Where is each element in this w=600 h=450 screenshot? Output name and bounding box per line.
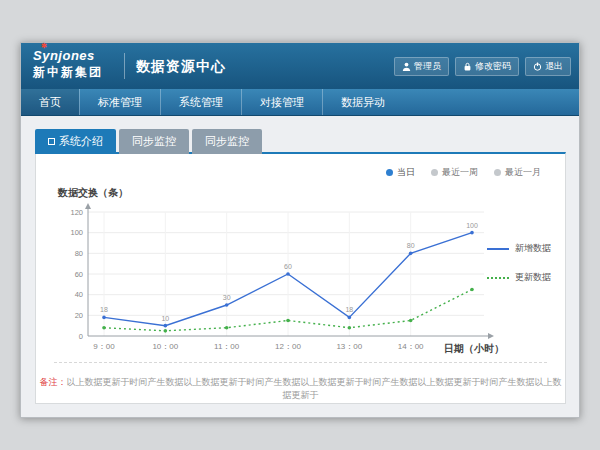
svg-text:80: 80 [407,242,415,249]
svg-text:120: 120 [70,208,83,217]
tab-sync-monitor-1-label: 同步监控 [132,134,176,149]
svg-text:10: 10 [161,315,169,322]
svg-text:18: 18 [345,306,353,313]
legend-update-data: 更新数据 [487,271,551,284]
change-password-label: 修改密码 [475,60,511,73]
radio-dot-icon [494,169,501,176]
svg-text:0: 0 [79,332,83,341]
legend-new-data-label: 新增数据 [515,242,551,255]
logo: Sy✱njones 新中新集团 [33,48,103,81]
filter-last-week[interactable]: 最近一周 [431,166,478,179]
filter-last-week-label: 最近一周 [442,166,478,179]
tab-sync-monitor-1[interactable]: 同步监控 [119,129,189,154]
filter-today-label: 当日 [397,166,415,179]
y-axis-label: 数据交换（条） [58,186,128,200]
svg-text:20: 20 [75,311,83,320]
tab-system-intro[interactable]: 系统介绍 [35,129,116,154]
nav-bar: 首页 标准管理 系统管理 对接管理 数据异动 [21,89,579,116]
tab-system-intro-label: 系统介绍 [59,134,103,149]
chart-wrap: 0204060801001209：0010：0011：0012：0013：001… [62,200,502,362]
tab-sync-monitor-2-label: 同步监控 [205,134,249,149]
user-button-label: 管理员 [414,60,441,73]
svg-text:100: 100 [466,222,478,229]
logo-subtitle: 新中新集团 [33,64,103,81]
solid-line-icon [487,248,509,250]
svg-text:9：00: 9：00 [93,342,115,351]
nav-item-data-change[interactable]: 数据异动 [322,89,403,115]
series-legend: 新增数据 更新数据 [487,242,551,284]
logo-text-right: njones [50,48,95,63]
header-bar: Sy✱njones 新中新集团 数据资源中心 管理员 修改密码 [21,43,579,89]
svg-text:40: 40 [75,290,83,299]
filter-last-month-label: 最近一月 [505,166,541,179]
legend-update-data-label: 更新数据 [515,271,551,284]
filter-today[interactable]: 当日 [386,166,415,179]
logo-star-icon: ✱ [41,42,47,50]
tab-sync-monitor-2[interactable]: 同步监控 [192,129,262,154]
logo-text: Sy✱njones [33,48,103,63]
radio-dot-icon [431,169,438,176]
filter-last-month[interactable]: 最近一月 [494,166,541,179]
range-filters: 当日 最近一周 最近一月 [386,166,541,179]
tab-strip: 系统介绍 同步监控 同步监控 [35,129,262,154]
dotted-line-icon [487,277,509,279]
change-password-button[interactable]: 修改密码 [455,57,519,76]
header-actions: 管理员 修改密码 退出 [394,57,571,76]
tab-square-icon [48,138,55,145]
logo-text-left: S [33,48,42,63]
logout-label: 退出 [545,60,563,73]
svg-text:60: 60 [75,270,83,279]
header-divider [124,53,125,79]
svg-text:10：00: 10：00 [152,342,178,351]
svg-text:12：00: 12：00 [275,342,301,351]
logout-button[interactable]: 退出 [525,57,571,76]
footnote: 备注：以上数据更新于时间产生数据以上数据更新于时间产生数据以上数据更新于时间产生… [36,376,565,402]
nav-item-interface-mgmt[interactable]: 对接管理 [241,89,322,115]
user-button[interactable]: 管理员 [394,57,449,76]
svg-text:100: 100 [70,228,83,237]
note-divider [54,362,547,363]
svg-text:60: 60 [284,263,292,270]
person-icon [402,62,411,71]
exchange-chart: 0204060801001209：0010：0011：0012：0013：001… [62,200,502,358]
svg-text:14：00: 14：00 [398,342,424,351]
power-icon [533,62,542,71]
svg-text:80: 80 [75,249,83,258]
lock-icon [463,62,472,71]
app-window: Sy✱njones 新中新集团 数据资源中心 管理员 修改密码 [20,42,580,418]
svg-text:11：00: 11：00 [214,342,240,351]
app-title: 数据资源中心 [136,43,226,89]
radio-dot-icon [386,169,393,176]
nav-item-home[interactable]: 首页 [21,89,79,115]
chart-card: 当日 最近一周 最近一月 数据交换（条） 0204060801001209：00… [35,152,566,404]
footnote-text: 以上数据更新于时间产生数据以上数据更新于时间产生数据以上数据更新于时间产生数据以… [67,377,562,400]
nav-item-system-mgmt[interactable]: 系统管理 [160,89,241,115]
svg-text:13：00: 13：00 [336,342,362,351]
logo-text-y: y✱ [42,48,50,63]
x-axis-label: 日期（小时） [444,342,504,356]
svg-text:18: 18 [100,306,108,313]
footnote-prefix: 备注： [40,377,67,387]
legend-new-data: 新增数据 [487,242,551,255]
content-area: 系统介绍 同步监控 同步监控 当日 最近一周 [21,116,579,417]
svg-text:30: 30 [223,294,231,301]
nav-item-standard-mgmt[interactable]: 标准管理 [79,89,160,115]
